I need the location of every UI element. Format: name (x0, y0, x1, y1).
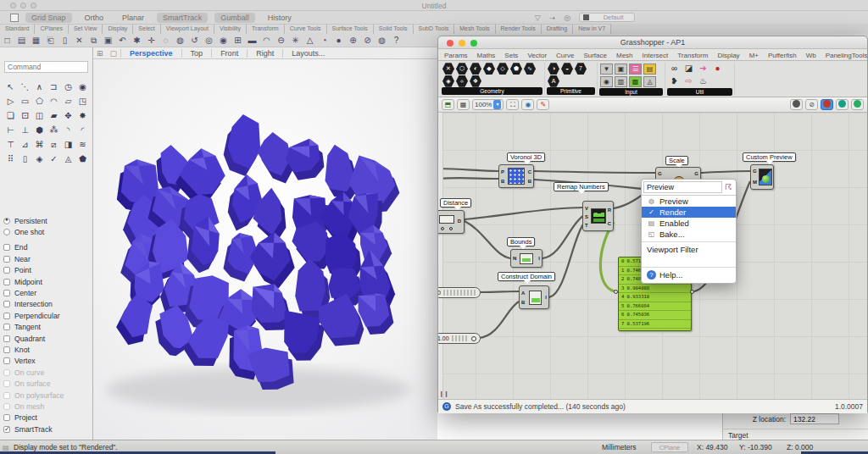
component-icon[interactable]: ◇ (497, 63, 509, 75)
component-icon[interactable]: ▥ (615, 76, 627, 87)
viewport-3d-view[interactable] (93, 59, 437, 440)
component-icon[interactable]: ◬ (643, 76, 656, 87)
history-arrow-icon[interactable]: ⇢ (549, 14, 556, 22)
gh-menu-item[interactable]: Transform (675, 51, 710, 60)
number-slider[interactable]: 1.00 (438, 333, 481, 344)
osnap-checkbox[interactable]: Near (3, 253, 90, 264)
gh-menu-item[interactable]: PanelingTools (823, 51, 867, 60)
toolbar-icon[interactable]: ✕ (72, 36, 86, 45)
toolbar-tab[interactable]: Transform (247, 24, 285, 34)
menu-item[interactable]: ◱ Bake... (642, 229, 736, 240)
osnap-checkbox[interactable]: Midpoint (3, 276, 90, 287)
menu-item[interactable]: ▤ Enabled (642, 218, 736, 229)
toolbar-tab[interactable]: SubD Tools (414, 24, 455, 34)
tool-icon[interactable]: ⊤ (3, 137, 18, 152)
mode-toggle[interactable]: Grid Snap (25, 13, 72, 23)
component-icon[interactable]: ◒ (561, 63, 573, 75)
osnap-checkbox[interactable]: Point (3, 265, 90, 276)
osnap-checkbox[interactable]: Perpendicular (3, 310, 90, 321)
toolbar-icon[interactable]: □ (0, 36, 14, 45)
toolbar-icon[interactable]: ▯ (58, 36, 72, 45)
component-icon[interactable]: ◉ (600, 76, 613, 87)
osnap-radio[interactable]: Persistent (3, 215, 90, 226)
component-icon[interactable]: ▣ (615, 64, 627, 75)
tool-icon[interactable]: ⊿ (18, 137, 32, 152)
toolbar-tab[interactable]: Solid Tools (374, 24, 414, 34)
tool-icon[interactable]: ✓ (47, 152, 61, 166)
tool-icon[interactable]: ⠿ (3, 152, 18, 166)
preview-eye-icon[interactable]: ◉ (521, 99, 534, 110)
osnap-checkbox[interactable]: Center (3, 287, 90, 298)
viewport-tab[interactable]: Layouts... (282, 49, 333, 58)
gh-menu-item[interactable]: Curve (554, 51, 576, 60)
mode-toggle[interactable]: SmartTrack (157, 13, 208, 23)
toolbar-tab[interactable]: Set View (69, 24, 103, 34)
node-bounds[interactable]: N I (510, 249, 542, 268)
toolbar-icon[interactable]: ▬ (245, 36, 259, 45)
viewport-tab[interactable]: Right (247, 49, 282, 58)
osnap-master-checkbox[interactable] (10, 14, 19, 22)
tool-icon[interactable]: ◳ (75, 94, 90, 108)
component-icon[interactable]: ⬟ (510, 63, 522, 75)
gh-canvas[interactable]: ❙❙ Voronoi 3D P B C B Scale G G Custom P… (438, 113, 867, 399)
gh-menu-item[interactable]: Mesh (614, 51, 636, 60)
zoom-dropdown[interactable]: 100% ▾ (472, 99, 504, 110)
z-location-field[interactable] (790, 413, 839, 424)
component-icon[interactable]: ✕ (442, 63, 454, 75)
component-icon[interactable]: ▤ (643, 64, 656, 75)
tool-icon[interactable]: ∧ (32, 80, 47, 94)
component-icon[interactable]: ⇨ (682, 76, 695, 87)
viewport-grid-icon[interactable]: ⊞ (97, 49, 103, 58)
viewport-tab[interactable]: Front (211, 49, 247, 58)
tool-icon[interactable]: ⌘ (32, 137, 47, 152)
menu-item-viewport-filter[interactable]: Viewport Filter (642, 244, 736, 255)
tool-icon[interactable]: ↖ (3, 80, 18, 94)
osnap-checkbox[interactable]: On polysurface (3, 390, 90, 401)
toolbar-icon[interactable]: ? (389, 36, 403, 45)
panel-output-port[interactable] (690, 290, 694, 294)
menu-search-input[interactable] (643, 181, 722, 193)
toolbar-tab[interactable]: Display (103, 24, 133, 34)
toolbar-icon[interactable]: ◌ (159, 36, 173, 45)
toolbar-tab[interactable]: Standard (0, 24, 35, 34)
node-distance[interactable]: D (438, 210, 465, 234)
toolbar-icon[interactable]: ⊕ (346, 36, 360, 45)
toolbar-icon[interactable]: ◠ (259, 36, 274, 45)
preview-off-icon[interactable] (790, 99, 803, 110)
viewport-tab[interactable]: Top (181, 49, 212, 58)
osnap-checkbox[interactable]: Tangent (3, 322, 90, 333)
component-icon[interactable]: ▩ (629, 76, 642, 87)
component-icon[interactable]: ◆ (483, 63, 495, 75)
gh-menu-item[interactable]: Maths (475, 51, 498, 60)
tool-icon[interactable]: ▯ (18, 152, 32, 166)
toolbar-icon[interactable]: ◍ (173, 36, 187, 45)
osnap-checkbox[interactable]: Quadrant (3, 333, 90, 344)
osnap-radio[interactable]: One shot (3, 226, 90, 237)
component-icon[interactable]: ◪ (682, 64, 695, 75)
toolbar-tab[interactable]: Render Tools (496, 24, 542, 34)
toolbar-icon[interactable]: ◉ (216, 36, 231, 45)
toolbar-tab[interactable]: New in V7 (573, 24, 611, 34)
display-mode-dropdown[interactable]: Default (579, 13, 635, 22)
toolbar-icon[interactable]: ⊖ (274, 36, 288, 45)
tool-icon[interactable]: ⁂ (47, 123, 61, 137)
gh-menu-item[interactable]: Vector (525, 51, 549, 60)
toolbar-icon[interactable]: ▦ (29, 36, 43, 45)
tool-icon[interactable]: ▱ (61, 94, 75, 108)
tool-icon[interactable]: ⧄ (47, 137, 61, 152)
filter-icon[interactable]: ▽ (535, 14, 541, 22)
toolbar-icon[interactable]: ◍ (375, 36, 389, 45)
osnap-checkbox[interactable]: On curve (3, 367, 90, 378)
osnap-checkbox[interactable]: On surface (3, 378, 90, 389)
toolbar-icon[interactable]: ⧉ (86, 36, 101, 46)
zoom-extents-icon[interactable]: ⛶ (506, 99, 519, 110)
component-icon[interactable]: ◈ (442, 75, 454, 87)
gh-menu-item[interactable]: Intersect (640, 51, 671, 60)
component-icon[interactable]: ▼ (600, 64, 613, 75)
command-input[interactable] (4, 61, 88, 73)
toolbar-icon[interactable]: ⊘ (360, 36, 375, 45)
toolbar-tab[interactable]: Mesh Tools (454, 24, 495, 34)
osnap-checkbox[interactable]: Intersection (3, 299, 90, 310)
panel-input-port[interactable] (614, 290, 618, 294)
number-slider[interactable]: 0 (438, 287, 481, 298)
